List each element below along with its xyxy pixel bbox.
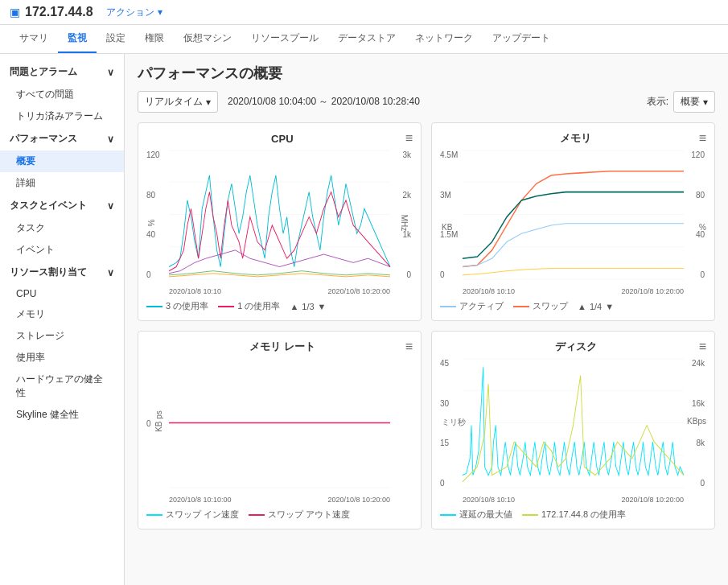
disk-legend-label-1: 遅延の最大値 [459, 509, 512, 521]
sidebar-item-cpu[interactable]: CPU [0, 284, 124, 303]
cpu-chart-nav[interactable]: ▲ 1/3 ▼ [290, 302, 326, 311]
tab-updates[interactable]: アップデート [483, 25, 560, 53]
memory-nav-label: 1/4 [590, 302, 602, 311]
cpu-chart-menu[interactable]: ≡ [405, 131, 413, 146]
memory-x-labels: 2020/10/8 10:10 2020/10/8 10:20:00 [463, 287, 684, 295]
toolbar: リアルタイム ▾ 2020/10/08 10:04:00 ～ 2020/10/0… [138, 91, 715, 113]
memory-rate-chart-body: 0 KB ps 2020/10/8 10:10:00 2020/10/8 [146, 359, 413, 504]
memory-y-axis-left: 4.5M3M1.5M0 [440, 150, 460, 279]
sidebar-item-tasks[interactable]: タスク [0, 217, 124, 239]
memory-rate-legend-label-1: スワップ イン速度 [166, 509, 239, 521]
sidebar-section-issues[interactable]: 問題とアラーム ∨ [0, 60, 124, 84]
memory-rate-chart-title: メモリ レート [159, 340, 405, 354]
cpu-x-labels: 2020/10/8 10:10 2020/10/8 10:20:00 [169, 287, 390, 295]
memory-y-right-unit: % [699, 223, 706, 232]
disk-x-labels: 2020/10/8 10:10 2020/10/8 10:20:00 [463, 496, 684, 504]
disk-legend-1: 遅延の最大値 [440, 509, 512, 521]
cpu-chart-header: CPU ≡ [146, 131, 413, 146]
disk-chart-inner [463, 359, 684, 488]
memory-rate-chart-footer: スワップ イン速度 スワップ アウト速度 [146, 509, 413, 521]
memory-legend-1: アクティブ [440, 300, 504, 312]
sidebar-item-usage[interactable]: 使用率 [0, 347, 124, 369]
disk-legend-color-1 [440, 514, 456, 516]
tab-network[interactable]: ネットワーク [405, 25, 483, 53]
display-select-button[interactable]: 概要 ▾ [673, 91, 715, 113]
cpu-legend-1: 3 の使用率 [146, 300, 208, 312]
disk-chart-title: ディスク [453, 340, 699, 354]
sidebar-item-storage[interactable]: ストレージ [0, 325, 124, 347]
main-content: パフォーマンスの概要 リアルタイム ▾ 2020/10/08 10:04:00 … [125, 54, 728, 585]
disk-legend-color-2 [522, 514, 538, 516]
sidebar-item-all-issues[interactable]: すべての問題 [0, 84, 124, 105]
memory-chart-card: メモリ ≡ 4.5M3M1.5M0 12080400 KB % [431, 122, 715, 321]
cpu-chart-body: % 12080400 3k2k1k0 MHz [146, 150, 413, 295]
sidebar: 問題とアラーム ∨ すべての問題 トリカ済みアラーム パフォーマンス ∨ 概要 … [0, 54, 125, 585]
disk-chart-menu[interactable]: ≡ [699, 340, 706, 354]
device-icon: ▣ [10, 6, 20, 19]
memory-chart-title: メモリ [453, 131, 699, 146]
sidebar-section-performance[interactable]: パフォーマンス ∨ [0, 127, 124, 150]
charts-grid: CPU ≡ % 12080400 3k2k1k0 MHz [138, 122, 715, 529]
disk-y-right-unit: KBps [687, 417, 706, 426]
tab-permissions[interactable]: 権限 [135, 25, 174, 53]
memory-rate-chart-inner [169, 359, 390, 488]
disk-chart-card: ディスク ≡ 4530150 24k16k8k0 ミリ秒 KBps [431, 331, 715, 529]
tab-summary[interactable]: サマリ [10, 25, 58, 53]
toolbar-left: リアルタイム ▾ 2020/10/08 10:04:00 ～ 2020/10/0… [138, 91, 420, 113]
memory-legend-label-2: スワップ [533, 300, 568, 312]
sidebar-item-overview[interactable]: 概要 [0, 150, 124, 172]
realtime-button[interactable]: リアルタイム ▾ [138, 91, 218, 113]
sidebar-item-hardware-health[interactable]: ハードウェアの健全性 [0, 369, 124, 404]
top-bar: ▣ 172.17.44.8 アクション ▾ [0, 0, 728, 25]
memory-y-left-unit: KB [442, 223, 452, 232]
cpu-chart-inner [169, 150, 390, 279]
up-icon: ▲ [290, 302, 298, 311]
memory-chart-nav[interactable]: ▲ 1/4 ▼ [578, 302, 614, 311]
disk-chart-footer: 遅延の最大値 172.17.44.8 の使用率 [440, 509, 706, 521]
memory-legend-2: スワップ [513, 300, 568, 312]
display-selector: 表示: 概要 ▾ [647, 91, 715, 113]
sidebar-item-triggered-alarms[interactable]: トリカ済みアラーム [0, 105, 124, 127]
sidebar-item-detail[interactable]: 詳細 [0, 172, 124, 194]
disk-legend-label-2: 172.17.44.8 の使用率 [541, 509, 626, 521]
cpu-chart-card: CPU ≡ % 12080400 3k2k1k0 MHz [138, 122, 422, 321]
sidebar-item-events[interactable]: イベント [0, 239, 124, 261]
cpu-legend-color-2 [218, 306, 234, 307]
memory-rate-legend-2: スワップ アウト速度 [249, 509, 350, 521]
tab-vms[interactable]: 仮想マシン [174, 25, 241, 53]
memory-rate-legend-label-2: スワップ アウト速度 [268, 509, 350, 521]
memory-up-icon: ▲ [578, 302, 586, 311]
layout: 問題とアラーム ∨ すべての問題 トリカ済みアラーム パフォーマンス ∨ 概要 … [0, 54, 728, 585]
time-range: 2020/10/08 10:04:00 ～ 2020/10/08 10:28:4… [228, 95, 420, 109]
cpu-y-right-unit: MHz [400, 215, 409, 232]
cpu-legend-label-2: 1 の使用率 [237, 300, 280, 312]
cpu-chart-footer: 3 の使用率 1 の使用率 ▲ 1/3 ▼ [146, 300, 413, 312]
memory-legend-color-1 [440, 306, 456, 307]
memory-chart-header: メモリ ≡ [440, 131, 706, 146]
sidebar-section-resource-allocation[interactable]: リソース割り当て ∨ [0, 261, 124, 284]
sidebar-item-skyline-health[interactable]: Skyline 健全性 [0, 404, 124, 426]
disk-chart-header: ディスク ≡ [440, 340, 706, 354]
action-button[interactable]: アクション ▾ [106, 6, 162, 19]
cpu-legend-label-1: 3 の使用率 [166, 300, 208, 312]
sidebar-item-memory[interactable]: メモリ [0, 303, 124, 325]
memory-rate-chart-menu[interactable]: ≡ [405, 340, 413, 354]
disk-legend-2: 172.17.44.8 の使用率 [522, 509, 626, 521]
tab-monitor[interactable]: 監視 [58, 25, 97, 53]
cpu-y-axis-left: 12080400 [146, 150, 167, 279]
memory-rate-chart-card: メモリ レート ≡ 0 KB ps [138, 331, 422, 529]
disk-chart-body: 4530150 24k16k8k0 ミリ秒 KBps [440, 359, 706, 504]
memory-rate-legend-1: スワップ イン速度 [146, 509, 239, 521]
memory-chart-menu[interactable]: ≡ [699, 131, 706, 146]
memory-down-icon: ▼ [605, 302, 614, 311]
memory-rate-chart-header: メモリ レート ≡ [146, 340, 413, 354]
memory-rate-y-unit: KB ps [154, 410, 163, 432]
down-icon: ▼ [318, 302, 327, 311]
sidebar-section-tasks-events[interactable]: タスクとイベント ∨ [0, 194, 124, 217]
tab-datastores[interactable]: データストア [328, 25, 405, 53]
memory-rate-legend-color-1 [146, 514, 162, 516]
tab-settings[interactable]: 設定 [97, 25, 135, 53]
tab-resource-pools[interactable]: リソースプール [241, 25, 328, 53]
cpu-legend-2: 1 の使用率 [218, 300, 280, 312]
memory-rate-legend-color-2 [249, 514, 265, 516]
